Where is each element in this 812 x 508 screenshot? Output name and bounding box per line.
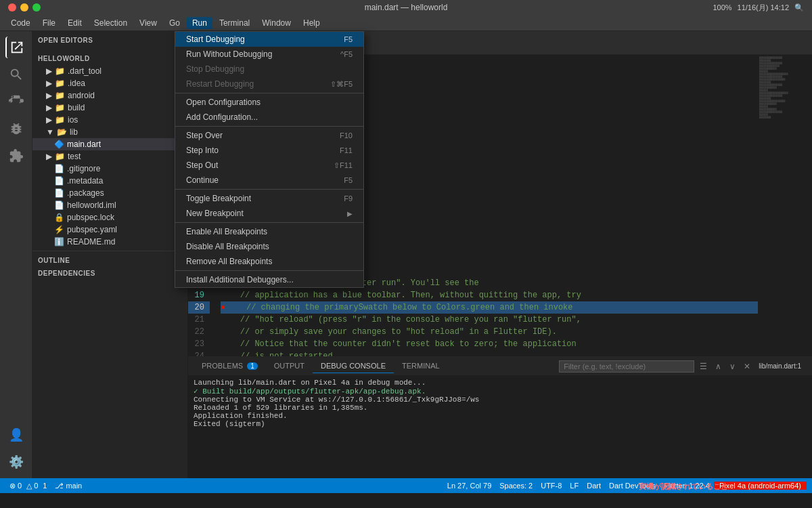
panel-tab-output[interactable]: OUTPUT — [266, 359, 313, 373]
panel-list-view-icon[interactable]: ☰ — [697, 360, 710, 373]
menu-add-configuration[interactable]: Add Configuration... — [175, 110, 363, 125]
activity-source-control[interactable] — [5, 91, 27, 112]
minimize-btn[interactable] — [20, 3, 28, 12]
menu-file[interactable]: File — [37, 17, 61, 29]
chevron-right-icon: ▶ — [46, 91, 52, 100]
chevron-right-icon: ▶ — [46, 103, 52, 112]
activity-search[interactable] — [5, 64, 27, 85]
sidebar-item-idea[interactable]: ▶ 📁 .idea — [32, 77, 187, 89]
menu-new-breakpoint[interactable]: New Breakpoint ▶ — [175, 206, 363, 221]
code-line: // "hot reload" (press "r" in the consol… — [221, 314, 758, 326]
explorer-header[interactable]: HELLOWORLD — [32, 52, 187, 65]
sidebar-item-readme[interactable]: ℹ️ README.md — [32, 236, 187, 248]
statusbar-errors[interactable]: ⊗ 0 △ 0 1 — [5, 482, 51, 490]
yaml-icon: ⚡ — [54, 225, 64, 234]
activity-debug[interactable] — [5, 118, 27, 140]
menu-install-additional-debuggers[interactable]: Install Additional Debuggers... — [175, 272, 363, 287]
sidebar-item-pubspec-yaml[interactable]: ⚡ pubspec.yaml — [32, 224, 187, 236]
panel-tab-terminal[interactable]: TERMINAL — [394, 359, 448, 373]
statusbar-eol[interactable]: LF — [566, 482, 583, 490]
menu-restart-debugging: Restart Debugging ⇧⌘F5 — [175, 77, 363, 91]
sidebar-item-build[interactable]: ▶ 📁 build — [32, 102, 187, 114]
sidebar-item-ios[interactable]: ▶ 📁 ios — [32, 114, 187, 126]
panel-line: Connecting to VM Service at ws://127.0.0… — [194, 396, 807, 404]
maximize-btn[interactable] — [32, 3, 41, 12]
menu-start-debugging[interactable]: Start Debugging F5 — [175, 32, 363, 47]
statusbar-language[interactable]: Dart — [583, 482, 605, 490]
menu-continue[interactable]: Continue F5 — [175, 173, 363, 188]
close-btn[interactable] — [8, 3, 16, 12]
sidebar-item-packages[interactable]: 📄 .packages — [32, 187, 187, 199]
sidebar-item-main-dart[interactable]: 🔷 main.dart — [32, 138, 187, 150]
activity-explorer[interactable] — [5, 37, 27, 58]
folder-icon: 📁 — [55, 91, 65, 100]
menu-run[interactable]: Run — [187, 17, 212, 29]
chevron-right-icon: ▶ — [46, 66, 52, 76]
explorer-section: HELLOWORLD ▶ 📁 .dart_tool ▶ 📁 .idea ▶ 📁 … — [32, 49, 187, 251]
sidebar-item-metadata[interactable]: 📄 .metadata — [32, 175, 187, 187]
sidebar-item-dart-tool[interactable]: ▶ 📁 .dart_tool — [32, 65, 187, 77]
outline-section[interactable]: OUTLINE — [32, 254, 187, 267]
file-icon: 📄 — [54, 188, 64, 198]
menu-help[interactable]: Help — [298, 17, 325, 29]
statusbar-spaces[interactable]: Spaces: 2 — [495, 482, 537, 490]
menu-run-without-debugging[interactable]: Run Without Debugging ^F5 — [175, 47, 363, 62]
file-icon: 📄 — [54, 200, 64, 210]
window-controls — [8, 3, 41, 12]
separator — [175, 222, 363, 223]
activity-bar: 👤 ⚙️ — [0, 31, 32, 478]
menu-view[interactable]: View — [134, 17, 162, 29]
menu-go[interactable]: Go — [164, 17, 185, 29]
folder-icon: 📁 — [55, 79, 65, 88]
panel-up-icon[interactable]: ∧ — [713, 360, 724, 373]
panel-close-icon[interactable]: ✕ — [741, 360, 753, 373]
menu-step-out[interactable]: Step Out ⇧F11 — [175, 158, 363, 173]
menu-disable-all-breakpoints[interactable]: Disable All Breakpoints — [175, 239, 363, 254]
panel-filter-input[interactable] — [559, 360, 694, 373]
search-icon[interactable]: 🔍 — [794, 3, 804, 12]
sidebar-item-test[interactable]: ▶ 📁 test — [32, 150, 187, 163]
statusbar-encoding[interactable]: UTF-8 — [537, 482, 566, 490]
code-line: // is not restarted. — [221, 350, 758, 356]
main-layout: 👤 ⚙️ OPEN EDITORS HELLOWORLD ▶ 📁 .dart_t… — [0, 31, 812, 478]
sidebar-item-android[interactable]: ▶ 📁 android — [32, 89, 187, 102]
activity-account[interactable]: 👤 — [5, 424, 27, 446]
activity-settings[interactable]: ⚙️ — [5, 451, 27, 473]
panel-line: Reloaded 1 of 529 libraries in 1,385ms. — [194, 404, 807, 412]
menu-stop-debugging: Stop Debugging — [175, 62, 363, 77]
activity-extensions[interactable] — [5, 145, 27, 167]
menu-enable-all-breakpoints[interactable]: Enable All Breakpoints — [175, 224, 363, 239]
panel-tab-problems[interactable]: PROBLEMS 1 — [194, 359, 266, 373]
datetime: 11/16(月) 14:12 — [738, 3, 789, 13]
dependencies-section[interactable]: DEPENDENCIES — [32, 267, 187, 280]
sidebar-item-gitignore[interactable]: 📄 .gitignore — [32, 163, 187, 175]
panel-down-icon[interactable]: ∨ — [727, 360, 738, 373]
open-editors-header[interactable]: OPEN EDITORS — [32, 34, 187, 47]
menu-selection[interactable]: Selection — [89, 17, 133, 29]
folder-icon: 📁 — [55, 66, 65, 76]
menu-code[interactable]: Code — [5, 17, 36, 29]
statusbar-position[interactable]: Ln 27, Col 79 — [443, 482, 495, 490]
panel-tab-debug-console[interactable]: DEBUG CONSOLE — [313, 359, 394, 373]
sidebar: OPEN EDITORS HELLOWORLD ▶ 📁 .dart_tool ▶… — [32, 31, 188, 478]
sidebar-item-lib[interactable]: ▼ 📂 lib — [32, 126, 187, 138]
folder-icon: 📁 — [55, 152, 65, 161]
menu-terminal[interactable]: Terminal — [214, 17, 255, 29]
panel-line: Exited (sigterm) — [194, 420, 807, 428]
menu-remove-all-breakpoints[interactable]: Remove All Breakpoints — [175, 254, 363, 269]
menu-step-over[interactable]: Step Over F10 — [175, 128, 363, 143]
titlebar-right: 100% 11/16(月) 14:12 🔍 — [713, 3, 804, 13]
battery-status: 100% — [713, 3, 731, 12]
file-icon: ℹ️ — [54, 237, 64, 247]
menu-open-configurations[interactable]: Open Configurations — [175, 95, 363, 110]
folder-open-icon: 📂 — [57, 127, 67, 137]
sidebar-item-iml[interactable]: 📄 helloworld.iml — [32, 199, 187, 211]
menu-window[interactable]: Window — [256, 17, 296, 29]
sidebar-item-pubspec-lock[interactable]: 🔒 pubspec.lock — [32, 211, 187, 224]
separator — [175, 126, 363, 127]
dart-file-icon: 🔷 — [54, 140, 64, 149]
menu-toggle-breakpoint[interactable]: Toggle Breakpoint F9 — [175, 191, 363, 206]
statusbar-git[interactable]: ⎇ main — [51, 482, 86, 490]
menu-edit[interactable]: Edit — [62, 17, 87, 29]
menu-step-into[interactable]: Step Into F11 — [175, 143, 363, 158]
